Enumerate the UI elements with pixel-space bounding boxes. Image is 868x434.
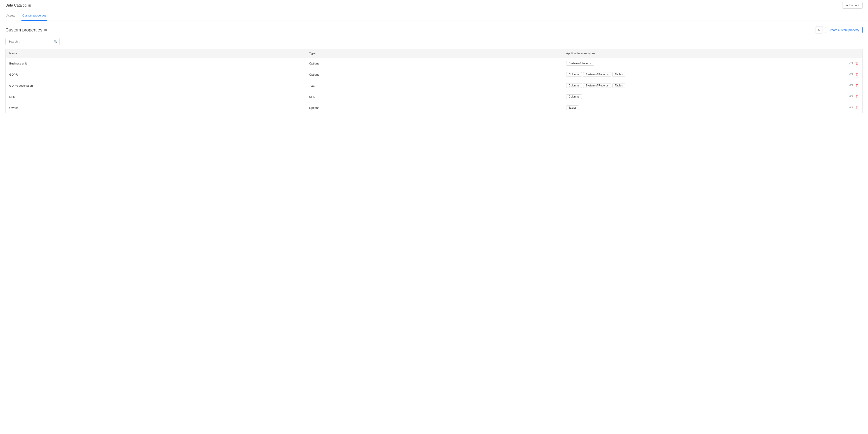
asset-type-tag: Tables: [566, 106, 579, 110]
cell-name: Business unit: [6, 58, 306, 69]
col-header-type: Type: [306, 49, 563, 58]
cell-applicable-asset-types: System of Records: [563, 58, 819, 69]
app-title-icon: ⊞: [28, 4, 31, 7]
cell-applicable-asset-types: ColumnsSystem of RecordsTables: [563, 80, 819, 91]
cell-actions: 🏷🗑: [819, 58, 863, 69]
cell-actions: 🏷🗑: [819, 102, 863, 113]
page-header: Custom properties ⊞ ↻ Create custom prop…: [5, 26, 863, 33]
search-input[interactable]: [5, 38, 60, 45]
create-custom-property-label: Create custom property: [829, 28, 859, 32]
logout-label: Log out: [849, 4, 859, 7]
tab-custom-properties[interactable]: Custom properties: [22, 11, 47, 21]
main-nav: Assets Custom properties: [0, 11, 868, 21]
app-header: Data Catalog ⊞ ↪ Log out: [0, 0, 868, 11]
custom-properties-table: Name Type Applicable asset types Busines…: [5, 49, 863, 113]
cell-actions: 🏷🗑: [819, 80, 863, 91]
cell-actions: 🏷🗑: [819, 69, 863, 80]
asset-type-tag: System of Records: [566, 61, 594, 66]
app-title: Data Catalog ⊞: [5, 3, 31, 7]
delete-icon[interactable]: 🗑: [855, 95, 859, 98]
cell-applicable-asset-types: ColumnsSystem of RecordsTables: [563, 69, 819, 80]
cell-type: Text: [306, 80, 563, 91]
page-title-text: Custom properties: [5, 27, 42, 33]
search-wrapper: 🔍: [5, 38, 60, 45]
cell-actions: 🏷🗑: [819, 91, 863, 102]
app-title-text: Data Catalog: [5, 3, 26, 7]
tab-custom-properties-label: Custom properties: [22, 14, 46, 17]
tag-icon[interactable]: 🏷: [849, 84, 853, 87]
asset-type-tag: Columns: [566, 72, 582, 77]
cell-applicable-asset-types: Columns: [563, 91, 819, 102]
cell-applicable-asset-types: Tables: [563, 102, 819, 113]
header-actions: ↻ Create custom property: [815, 26, 863, 33]
logout-button[interactable]: ↪ Log out: [842, 2, 863, 8]
table-head: Name Type Applicable asset types: [6, 49, 862, 58]
cell-name: Owner: [6, 102, 306, 113]
tab-assets[interactable]: Assets: [5, 11, 16, 21]
tag-icon[interactable]: 🏷: [849, 62, 853, 65]
col-header-applicable-asset-types: Applicable asset types: [563, 49, 819, 58]
table-row: Business unitOptionsSystem of Records🏷🗑: [6, 58, 862, 69]
table-header-row: Name Type Applicable asset types: [6, 49, 862, 58]
asset-type-tag: System of Records: [583, 83, 611, 88]
cell-name: GDPR description: [6, 80, 306, 91]
page-title-icon: ⊞: [44, 28, 47, 32]
delete-icon[interactable]: 🗑: [855, 106, 859, 110]
logout-icon: ↪: [846, 4, 848, 7]
cell-type: Options: [306, 102, 563, 113]
tag-icon[interactable]: 🏷: [849, 73, 853, 76]
table-row: GDPROptionsColumnsSystem of RecordsTable…: [6, 69, 862, 80]
tag-icon[interactable]: 🏷: [849, 106, 853, 110]
table-body: Business unitOptionsSystem of Records🏷🗑G…: [6, 58, 862, 113]
delete-icon[interactable]: 🗑: [855, 84, 859, 87]
col-header-actions: [819, 49, 863, 58]
cell-name: GDPR: [6, 69, 306, 80]
cell-type: Options: [306, 69, 563, 80]
refresh-button[interactable]: ↻: [815, 26, 823, 33]
table-row: OwnerOptionsTables🏷🗑: [6, 102, 862, 113]
table: Name Type Applicable asset types Busines…: [6, 49, 862, 113]
cell-type: Options: [306, 58, 563, 69]
delete-icon[interactable]: 🗑: [855, 73, 859, 76]
delete-icon[interactable]: 🗑: [855, 62, 859, 65]
cell-type: URL: [306, 91, 563, 102]
page-content: Custom properties ⊞ ↻ Create custom prop…: [0, 21, 868, 119]
asset-type-tag: Tables: [612, 83, 625, 88]
page-title: Custom properties ⊞: [5, 27, 47, 33]
col-header-name: Name: [6, 49, 306, 58]
asset-type-tag: System of Records: [583, 72, 611, 77]
table-row: GDPR descriptionTextColumnsSystem of Rec…: [6, 80, 862, 91]
tab-assets-label: Assets: [6, 14, 15, 17]
cell-name: Link: [6, 91, 306, 102]
tag-icon[interactable]: 🏷: [849, 95, 853, 98]
table-row: LinkURLColumns🏷🗑: [6, 91, 862, 102]
asset-type-tag: Columns: [566, 94, 582, 99]
asset-type-tag: Columns: [566, 83, 582, 88]
create-custom-property-button[interactable]: Create custom property: [825, 27, 863, 33]
asset-type-tag: Tables: [612, 72, 625, 77]
refresh-icon: ↻: [818, 28, 820, 32]
